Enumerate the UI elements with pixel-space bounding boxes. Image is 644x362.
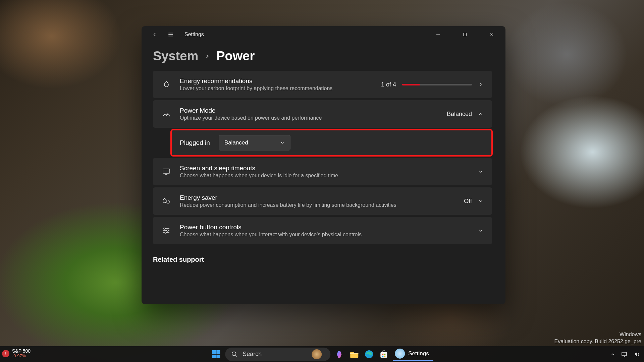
svg-rect-13 bbox=[382, 354, 383, 355]
svg-rect-16 bbox=[384, 356, 385, 357]
card-title: Energy recommendations bbox=[180, 77, 372, 85]
svg-rect-0 bbox=[464, 33, 467, 36]
chevron-right-icon bbox=[204, 53, 210, 59]
energy-saver-icon bbox=[162, 197, 171, 205]
windows-watermark: Windows Evaluation copy. Build 26252.ge_… bbox=[554, 331, 641, 345]
card-energy-saver[interactable]: Energy saver Reduce power consumption an… bbox=[153, 187, 492, 215]
network-icon[interactable] bbox=[621, 351, 628, 357]
search-placeholder: Search bbox=[243, 351, 262, 358]
card-subtitle: Reduce power consumption and increase ba… bbox=[180, 202, 455, 208]
taskbar-copilot[interactable] bbox=[334, 349, 345, 360]
titlebar: Settings bbox=[142, 26, 505, 43]
start-button[interactable] bbox=[210, 349, 222, 360]
breadcrumb-current: Power bbox=[216, 49, 255, 63]
search-highlight-icon bbox=[312, 349, 322, 359]
plugged-in-select-value: Balanced bbox=[224, 139, 248, 146]
settings-icon bbox=[395, 349, 405, 359]
card-power-mode[interactable]: Power Mode Optimize your device based on… bbox=[153, 100, 492, 128]
minimize-button[interactable] bbox=[428, 26, 448, 43]
svg-point-2 bbox=[164, 228, 165, 229]
svg-rect-1 bbox=[163, 169, 170, 173]
settings-window: Settings System Power bbox=[142, 26, 505, 304]
chevron-up-icon bbox=[478, 111, 483, 117]
chevron-right-icon bbox=[478, 82, 483, 87]
svg-rect-6 bbox=[216, 350, 220, 354]
card-title: Power button controls bbox=[180, 224, 469, 231]
chevron-down-icon bbox=[478, 228, 483, 233]
taskbar-widget-stocks[interactable]: ! S&P 500 -0.97% bbox=[2, 347, 31, 361]
svg-rect-7 bbox=[212, 355, 216, 358]
card-screen-sleep[interactable]: Screen and sleep timeouts Choose what ha… bbox=[153, 158, 492, 185]
nav-menu-button[interactable] bbox=[167, 31, 174, 38]
window-title: Settings bbox=[184, 32, 204, 38]
svg-rect-15 bbox=[382, 356, 383, 357]
taskbar-search[interactable]: Search bbox=[225, 348, 330, 361]
power-mode-value: Balanced bbox=[447, 111, 472, 118]
card-subtitle: Choose what happens when your device is … bbox=[180, 173, 469, 179]
chevron-down-icon bbox=[478, 198, 483, 204]
card-power-button-controls[interactable]: Power button controls Choose what happen… bbox=[153, 217, 492, 244]
chevron-down-icon bbox=[478, 169, 483, 174]
search-icon bbox=[231, 351, 238, 358]
taskbar: ! S&P 500 -0.97% Search bbox=[0, 346, 644, 362]
svg-rect-14 bbox=[384, 354, 385, 355]
svg-rect-10 bbox=[350, 353, 358, 354]
card-subtitle: Choose what happens when you interact wi… bbox=[180, 232, 469, 238]
related-support-heading: Related support bbox=[153, 256, 492, 263]
card-title: Screen and sleep timeouts bbox=[180, 165, 469, 172]
svg-rect-12 bbox=[380, 352, 387, 358]
leaf-icon bbox=[162, 80, 171, 88]
svg-point-3 bbox=[167, 230, 168, 231]
widget-title: S&P 500 bbox=[12, 349, 31, 353]
svg-point-4 bbox=[165, 232, 166, 233]
widget-change: -0.97% bbox=[12, 353, 31, 359]
close-button[interactable] bbox=[481, 26, 502, 43]
card-title: Energy saver bbox=[180, 194, 455, 201]
speed-icon bbox=[162, 111, 171, 117]
monitor-icon bbox=[162, 168, 171, 175]
chevron-down-icon bbox=[280, 140, 285, 145]
breadcrumb: System Power bbox=[142, 43, 505, 71]
energy-progress bbox=[402, 84, 472, 85]
card-subtitle: Optimize your device based on power use … bbox=[180, 115, 438, 121]
taskbar-explorer[interactable] bbox=[348, 349, 360, 360]
tray-overflow-icon[interactable] bbox=[610, 352, 615, 357]
card-subtitle: Lower your carbon footprint by applying … bbox=[180, 85, 372, 92]
plugged-in-label: Plugged in bbox=[180, 139, 210, 146]
taskbar-tray[interactable] bbox=[610, 351, 641, 357]
taskbar-store[interactable] bbox=[378, 349, 389, 360]
taskbar-settings-label: Settings bbox=[408, 350, 429, 357]
card-title: Power Mode bbox=[180, 107, 438, 114]
card-energy-recommendations[interactable]: Energy recommendations Lower your carbon… bbox=[153, 71, 492, 98]
svg-point-9 bbox=[232, 352, 236, 356]
energy-saver-value: Off bbox=[464, 198, 472, 205]
sliders-icon bbox=[162, 227, 171, 234]
svg-rect-8 bbox=[216, 355, 220, 358]
taskbar-edge[interactable] bbox=[363, 349, 375, 360]
svg-rect-5 bbox=[212, 350, 216, 354]
row-plugged-in: Plugged in Balanced bbox=[171, 130, 492, 156]
breadcrumb-parent[interactable]: System bbox=[153, 49, 198, 63]
energy-counter: 1 of 4 bbox=[381, 81, 396, 88]
plugged-in-select[interactable]: Balanced bbox=[219, 135, 290, 150]
settings-scroll-area[interactable]: Energy recommendations Lower your carbon… bbox=[153, 71, 494, 292]
back-button[interactable] bbox=[151, 31, 158, 38]
alert-badge-icon: ! bbox=[2, 350, 9, 357]
maximize-button[interactable] bbox=[454, 26, 475, 43]
volume-icon[interactable] bbox=[634, 351, 641, 357]
svg-rect-17 bbox=[622, 352, 627, 356]
taskbar-settings-app[interactable]: Settings bbox=[393, 347, 433, 361]
